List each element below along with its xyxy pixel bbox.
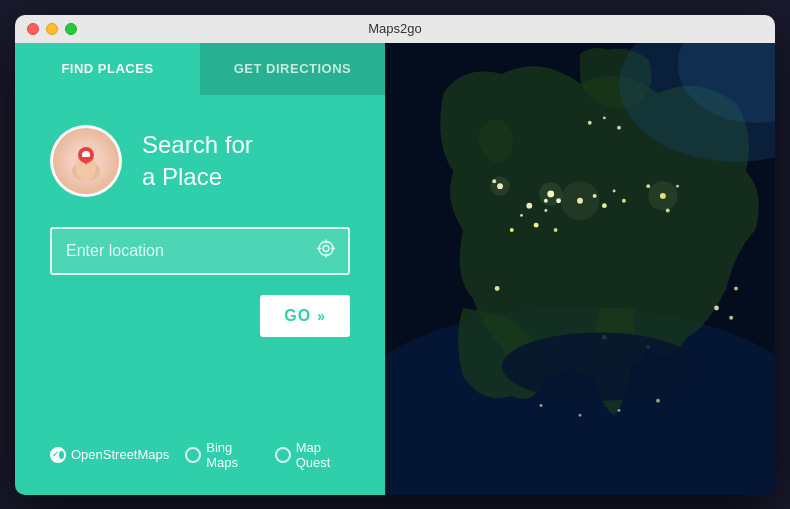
search-content: Search for a Place bbox=[15, 95, 385, 495]
svg-point-40 bbox=[579, 413, 582, 416]
osm-radio[interactable]: ✓ OpenStreetMaps bbox=[50, 447, 169, 463]
continent-overlay bbox=[385, 43, 775, 495]
svg-point-27 bbox=[588, 120, 592, 124]
close-button[interactable] bbox=[27, 23, 39, 35]
go-chevrons-icon: » bbox=[317, 308, 326, 324]
svg-point-50 bbox=[502, 332, 697, 400]
svg-point-45 bbox=[734, 286, 738, 290]
tab-find-places[interactable]: FIND PLACES bbox=[15, 43, 200, 95]
svg-point-20 bbox=[602, 203, 607, 208]
place-icon-circle bbox=[50, 125, 122, 197]
svg-point-28 bbox=[603, 116, 606, 119]
search-title: Search for a Place bbox=[142, 129, 253, 191]
map-panel bbox=[385, 43, 775, 495]
bing-radio-indicator bbox=[185, 447, 201, 463]
osm-radio-indicator: ✓ bbox=[50, 447, 66, 463]
tab-bar: FIND PLACES GET DIRECTIONS bbox=[15, 43, 385, 95]
svg-point-15 bbox=[534, 222, 539, 227]
bing-radio[interactable]: Bing Maps bbox=[185, 440, 258, 470]
traffic-lights bbox=[27, 23, 77, 35]
svg-point-41 bbox=[618, 408, 621, 411]
svg-point-16 bbox=[544, 209, 547, 212]
svg-point-17 bbox=[554, 228, 558, 232]
svg-point-47 bbox=[561, 181, 600, 220]
go-button-row: GO » bbox=[50, 295, 350, 337]
mapquest-radio-indicator bbox=[275, 447, 291, 463]
map-provider-row: ✓ OpenStreetMaps Bing Maps Map Quest bbox=[50, 440, 350, 475]
svg-point-44 bbox=[729, 315, 733, 319]
left-panel: FIND PLACES GET DIRECTIONS bbox=[15, 43, 385, 495]
title-bar: Maps2go bbox=[15, 15, 775, 43]
search-header: Search for a Place bbox=[50, 125, 350, 197]
app-window: Maps2go FIND PLACES GET DIRECTIONS bbox=[15, 15, 775, 495]
svg-point-36 bbox=[495, 286, 500, 291]
svg-point-14 bbox=[520, 213, 523, 216]
svg-point-33 bbox=[526, 202, 532, 208]
svg-point-48 bbox=[490, 176, 510, 196]
tab-get-directions[interactable]: GET DIRECTIONS bbox=[200, 43, 385, 95]
svg-point-23 bbox=[646, 184, 650, 188]
svg-point-43 bbox=[714, 305, 719, 310]
svg-point-42 bbox=[656, 398, 660, 402]
svg-point-39 bbox=[540, 404, 543, 407]
mapquest-radio[interactable]: Map Quest bbox=[275, 440, 350, 470]
go-button[interactable]: GO » bbox=[260, 295, 350, 337]
svg-point-25 bbox=[676, 184, 679, 187]
svg-point-22 bbox=[622, 198, 626, 202]
location-pin-icon bbox=[64, 139, 108, 183]
maximize-button[interactable] bbox=[65, 23, 77, 35]
minimize-button[interactable] bbox=[46, 23, 58, 35]
location-input-wrapper bbox=[50, 227, 350, 275]
window-title: Maps2go bbox=[368, 21, 421, 36]
svg-point-49 bbox=[648, 181, 677, 210]
svg-point-29 bbox=[617, 125, 621, 129]
location-input[interactable] bbox=[50, 227, 350, 275]
svg-point-13 bbox=[510, 228, 514, 232]
svg-point-21 bbox=[613, 189, 616, 192]
app-body: FIND PLACES GET DIRECTIONS bbox=[15, 43, 775, 495]
svg-point-46 bbox=[539, 182, 562, 205]
